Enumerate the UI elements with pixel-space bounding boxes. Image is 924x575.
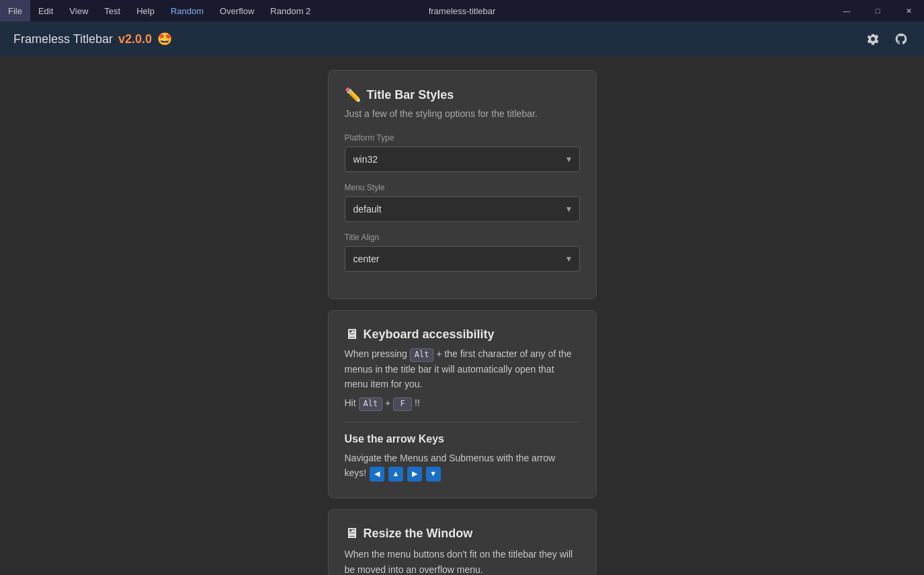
title-bar-styles-card: ✏️ Title Bar Styles Just a few of the st… (328, 70, 597, 299)
card-description-styles: Just a few of the styling options for th… (345, 107, 580, 121)
app-header: Frameless Titlebar v2.0.0 🤩 (0, 22, 924, 56)
arrow-up-btn[interactable]: ▲ (388, 467, 403, 482)
menu-style-label: Menu Style (345, 183, 580, 192)
arrow-right-btn[interactable]: ▶ (407, 467, 422, 482)
card-divider (345, 422, 580, 422)
monitor-resize-icon: 🖥 (345, 526, 358, 541)
app-title-group: Frameless Titlebar v2.0.0 🤩 (13, 32, 172, 46)
hit-label: Hit (345, 397, 359, 408)
alt-key-badge-2: Alt (359, 397, 383, 411)
platform-type-select[interactable]: win32 darwin linux (345, 147, 580, 172)
menu-style-select-wrapper: default stacked vertical ▼ (345, 196, 580, 222)
menu-item-help[interactable]: Help (128, 0, 163, 22)
app-header-icons (864, 30, 911, 48)
platform-type-label: Platform Type (345, 133, 580, 143)
arrow-down-btn[interactable]: ▼ (426, 467, 441, 482)
plus-sign: + (385, 397, 393, 408)
titlebar: File Edit View Test Help Random Overflow… (0, 0, 924, 22)
menu-item-random2[interactable]: Random 2 (262, 0, 319, 22)
platform-type-select-wrapper: win32 darwin linux ▼ (345, 147, 580, 172)
menu-style-field: Menu Style default stacked vertical ▼ (345, 183, 580, 222)
maximize-button[interactable]: □ (862, 0, 893, 22)
card-title-styles: ✏️ Title Bar Styles (345, 87, 580, 103)
keyboard-description: When pressing Alt + the first character … (345, 346, 580, 391)
arrow-keys-title: Use the arrow Keys (345, 433, 580, 445)
settings-icon[interactable] (864, 30, 882, 48)
keyboard-accessibility-card: 🖥 Keyboard accessibility When pressing A… (328, 310, 597, 498)
alt-key-badge: Alt (410, 348, 434, 362)
monitor-icon: 🖥 (345, 327, 358, 342)
main-content: ✏️ Title Bar Styles Just a few of the st… (0, 56, 924, 575)
card-title-resize: 🖥 Resize the Window (345, 526, 580, 541)
app-title-text: Frameless Titlebar (13, 32, 113, 46)
card-title-keyboard: 🖥 Keyboard accessibility (345, 327, 580, 342)
resize-description: When the menu buttons don't fit on the t… (345, 547, 580, 575)
title-align-select[interactable]: center left right (345, 246, 580, 272)
card-title-text-keyboard: Keyboard accessibility (364, 328, 495, 342)
arrow-keys-description: Navigate the Menus and Submenus with the… (345, 451, 580, 482)
close-button[interactable]: ✕ (893, 0, 924, 22)
hint-suffix: !! (415, 397, 420, 408)
kbd-desc-1: When pressing (345, 348, 407, 359)
resize-window-card: 🖥 Resize the Window When the menu button… (328, 509, 597, 575)
platform-type-field: Platform Type win32 darwin linux ▼ (345, 133, 580, 172)
minimize-button[interactable]: — (831, 0, 862, 22)
arrow-left-btn[interactable]: ◀ (370, 467, 384, 482)
menu-item-random[interactable]: Random (163, 0, 212, 22)
keyboard-hit-hint: Hit Alt + F !! (345, 395, 580, 411)
menu-style-select[interactable]: default stacked vertical (345, 196, 580, 222)
window-title: frameless-titlebar (429, 6, 496, 16)
menu-bar: File Edit View Test Help Random Overflow… (0, 0, 319, 22)
github-icon[interactable] (892, 30, 911, 48)
menu-item-view[interactable]: View (61, 0, 96, 22)
pencil-icon: ✏️ (345, 87, 362, 103)
title-align-label: Title Align (345, 233, 580, 242)
title-align-field: Title Align center left right ▼ (345, 233, 580, 272)
menu-item-test[interactable]: Test (96, 0, 128, 22)
menu-item-overflow[interactable]: Overflow (212, 0, 262, 22)
menu-item-edit[interactable]: Edit (30, 0, 61, 22)
app-emoji: 🤩 (157, 32, 172, 46)
app-version: v2.0.0 (118, 32, 152, 46)
card-title-text-resize: Resize the Window (364, 527, 473, 541)
window-controls: — □ ✕ (831, 0, 924, 22)
title-align-select-wrapper: center left right ▼ (345, 246, 580, 272)
f-key-badge: F (393, 397, 412, 411)
menu-item-file[interactable]: File (0, 0, 30, 22)
card-title-text-styles: Title Bar Styles (367, 88, 454, 102)
